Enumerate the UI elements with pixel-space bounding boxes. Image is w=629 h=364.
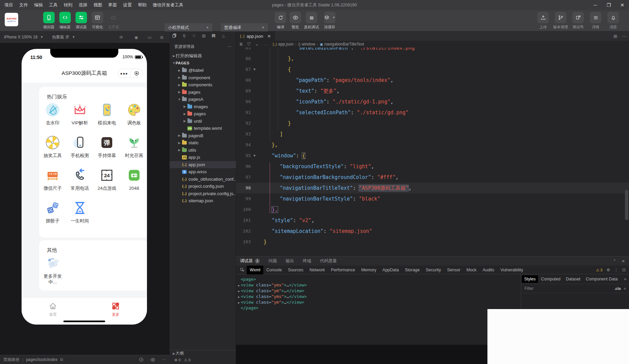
tree-item-app.wxss[interactable]: Sapp.wxss	[170, 168, 236, 176]
capsule-menu[interactable]: ●●●	[118, 69, 143, 78]
devtools-tab-storage[interactable]: Storage	[402, 266, 423, 274]
tree-item-components[interactable]: ▶components	[170, 81, 236, 89]
toolbar-cloud-button[interactable]: 云开发	[106, 12, 121, 30]
inspect-element-icon[interactable]	[240, 268, 245, 272]
files-icon[interactable]: 🗍	[170, 33, 179, 38]
hot-reload-toggle[interactable]: 热重载 开▼	[52, 34, 75, 40]
tree-item-sitemap.json[interactable]: {..}sitemap.json	[170, 197, 236, 205]
debugger-tab-问题[interactable]: 问题	[269, 258, 277, 264]
copy-icon[interactable]: ⧉	[60, 357, 63, 362]
fold-chevron-icon[interactable]: ▼	[253, 150, 256, 161]
grid-item-调色板[interactable]: 调色板	[121, 102, 147, 135]
grid-item-一生时间[interactable]: 一生时间	[66, 201, 94, 233]
close-panel-icon[interactable]: ✕	[622, 259, 625, 264]
menu-微信开发者工具[interactable]: 微信开发者工具	[150, 0, 186, 10]
devtools-tab-performance[interactable]: Performance	[328, 266, 358, 274]
wxml-node[interactable]: </page>	[241, 305, 259, 311]
expand-arrow-icon[interactable]: ▶	[238, 295, 240, 299]
problems-status[interactable]: ⊗ 0 ⚠ 0	[174, 358, 190, 362]
more-dots-icon[interactable]: ●●●	[118, 71, 130, 75]
devtools-tab-network[interactable]: Network	[306, 266, 328, 274]
tree-item-project.private.config.js...[interactable]: {..}project.private.config.js...	[170, 190, 236, 198]
menu-转到[interactable]: 转到	[61, 0, 76, 10]
close-tab-icon[interactable]: ✕	[267, 34, 271, 39]
tree-item-app.js[interactable]: JSapp.js	[170, 154, 236, 161]
grid-item-24点游戏[interactable]: 2424点游戏	[93, 168, 121, 201]
expand-arrow-icon[interactable]: ▶	[238, 284, 240, 287]
wxml-node[interactable]: <page>	[241, 276, 256, 282]
wxml-node[interactable]: ▶<view class="yms">…</view>	[238, 294, 307, 299]
menu-编辑[interactable]: 编辑	[31, 0, 46, 10]
restore-icon[interactable]: ❐	[602, 0, 616, 10]
restart-icon[interactable]: ⟳	[117, 33, 125, 41]
split-editor-icon[interactable]: ⊞	[199, 33, 209, 38]
devtools-tab-security[interactable]: Security	[423, 266, 444, 274]
expand-arrow-icon[interactable]: ▶	[238, 301, 240, 304]
tree-item-images[interactable]: ▶images	[170, 103, 236, 111]
grid-item-手机检测[interactable]: 手机检测	[66, 135, 94, 168]
tree-item-pagesA[interactable]: ▼pagesA	[170, 96, 236, 103]
wxml-node[interactable]: ▶<view class="yms">…</view>	[238, 282, 307, 288]
add-style-icon[interactable]: +	[621, 286, 629, 291]
grid-item-模拟来电[interactable]: 模拟来电	[93, 102, 121, 135]
settings-gear-icon[interactable]: ⚙	[606, 268, 610, 272]
action-upload-button[interactable]: 上传	[535, 12, 551, 30]
wxml-node[interactable]: ▶<view class="ym">…</view>	[238, 299, 304, 305]
devtools-tab-wxml[interactable]: Wxml	[247, 266, 263, 274]
menu-界面[interactable]: 界面	[105, 0, 120, 10]
grid-item-常用电话[interactable]: 常用电话	[66, 168, 94, 201]
breadcrumb-item[interactable]: ▣navigationBarTitleText	[320, 42, 364, 47]
overflow-tabs-icon[interactable]: »	[624, 277, 629, 281]
wxml-tree[interactable]: <page>▶<view class="yms">…</view>▶<view …	[236, 274, 521, 345]
grid-item-2048[interactable]: 2048	[121, 168, 147, 201]
clock-icon[interactable]	[139, 357, 144, 362]
menu-项目[interactable]: 项目	[1, 0, 16, 10]
action-git-branch-button[interactable]: 版本管理	[552, 12, 569, 30]
devtools-tab-memory[interactable]: Memory	[358, 266, 379, 274]
detach-window-icon[interactable]: ⧉	[158, 33, 166, 41]
tree-item-PAGES[interactable]: ▼PAGES	[170, 60, 236, 67]
menu-设置[interactable]: 设置	[120, 0, 135, 10]
styles-tab-dataset[interactable]: Dataset	[564, 275, 583, 283]
grid-item-VIP解析[interactable]: VIP解析	[66, 102, 94, 135]
split-editor-icon[interactable]: ⊞	[613, 34, 617, 39]
tree-item-app.json[interactable]: {..}app.json	[170, 161, 236, 169]
explorer-more-icon[interactable]: ⋯	[227, 44, 231, 49]
styles-tab-styles[interactable]: Styles	[522, 275, 538, 283]
styles-tab-component-data[interactable]: Component Data	[583, 275, 620, 283]
toolbar-layout-button[interactable]: 可视化	[90, 12, 105, 30]
grid-item-抽奖工具[interactable]: 抽奖工具	[39, 135, 66, 168]
tree-item-code_obfuscation_conf...[interactable]: {..}code_obfuscation_conf...	[170, 176, 236, 183]
styles-tab-computed[interactable]: Computed	[539, 275, 563, 283]
devtools-tab-sources[interactable]: Sources	[285, 266, 306, 274]
action-bell-button[interactable]: 消息	[605, 12, 622, 30]
search-icon[interactable]: ⚲	[179, 33, 189, 38]
devtools-tab-audits[interactable]: Audits	[480, 266, 498, 274]
save-all-icon[interactable]: 🖪	[209, 33, 218, 38]
action-external-link-button[interactable]: 测试号	[570, 12, 587, 30]
debugger-tab-终端[interactable]: 终端	[303, 258, 311, 264]
minimize-icon[interactable]: ─	[589, 0, 602, 10]
action-details-list-button[interactable]: 详情	[587, 12, 604, 30]
source-control-icon[interactable]: ⑂	[189, 33, 199, 38]
fold-chevron-icon[interactable]: ▼	[253, 64, 256, 75]
menu-视图[interactable]: 视图	[90, 0, 105, 10]
mode-select[interactable]: 小程序模式▼	[164, 23, 212, 32]
code-area[interactable]: 85"selectedIconPath": "./static/index.pn…	[236, 48, 629, 256]
filter-input[interactable]: Filter	[521, 286, 615, 291]
grid-item-更多开发中...[interactable]: 更多开发中...	[39, 256, 66, 289]
eye-icon[interactable]	[150, 357, 155, 362]
collapse-panel-icon[interactable]: ⌃	[613, 259, 616, 264]
menu-文件[interactable]: 文件	[16, 0, 31, 10]
compile-mode-select[interactable]: 普通编译▼	[221, 23, 268, 32]
menu-工具[interactable]: 工具	[46, 0, 61, 10]
grid-item-手持弹幕[interactable]: 弹手持弹幕	[93, 135, 121, 168]
dock-icon[interactable]: ⊡	[622, 268, 626, 272]
toolbar-debugger-sliders-button[interactable]: 调试器	[73, 12, 89, 30]
device-select[interactable]: iPhone X 100% 16▼	[4, 35, 43, 39]
tree-item-pages[interactable]: ▶pages	[170, 89, 236, 96]
tree-item-project.config.json[interactable]: {..}project.config.json	[170, 183, 236, 190]
breadcrumb-item[interactable]: {..}app.json	[273, 42, 294, 47]
editor-scrollbar[interactable]	[625, 190, 628, 220]
devtools-tab-sensor[interactable]: Sensor	[444, 266, 463, 274]
